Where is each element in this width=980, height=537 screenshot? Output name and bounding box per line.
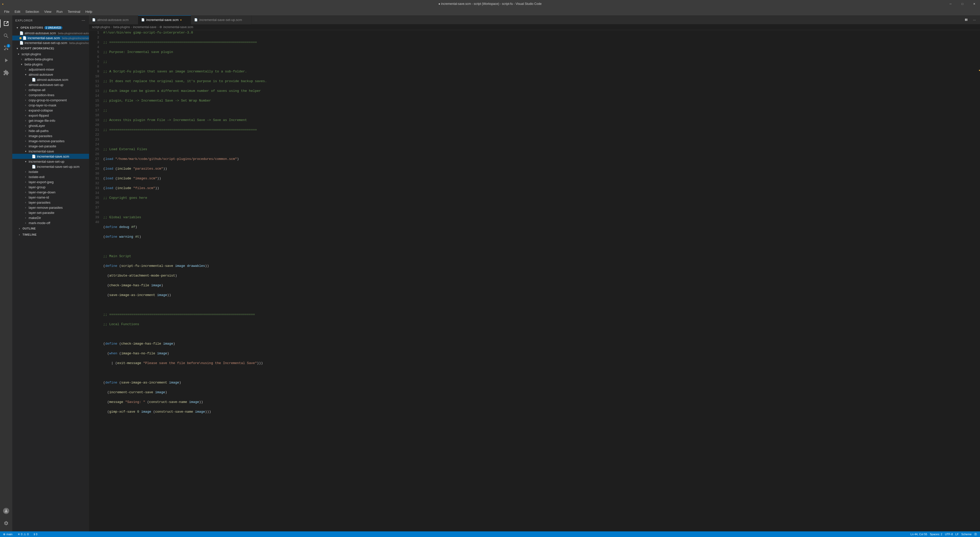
tree-isolate-exit[interactable]: › isolate-exit	[12, 174, 89, 179]
breadcrumb-current[interactable]: incremental-save.scm	[163, 25, 193, 29]
maximize-button[interactable]: □	[956, 0, 968, 8]
search-activity-icon[interactable]	[0, 30, 12, 42]
menu-file[interactable]: File	[2, 9, 11, 14]
tree-artbox-beta-plugins[interactable]: › artbox-beta-plugins	[12, 57, 89, 62]
tree-image-parasites[interactable]: › image-parasites	[12, 133, 89, 139]
status-indentation[interactable]: Spaces: 2	[929, 533, 943, 536]
tree-ghostlayer[interactable]: › ghostLayer	[12, 123, 89, 128]
tab-close-button[interactable]: ✕	[243, 18, 248, 22]
tree-layer-remove-parasites[interactable]: › layer-remove-parasites	[12, 205, 89, 210]
tree-layer-name-id[interactable]: › layer-name-id	[12, 195, 89, 200]
tab-actions: ···	[963, 16, 980, 23]
folder-name: almost-autosave	[29, 73, 53, 76]
tree-beta-plugins[interactable]: ▾ beta-plugins	[12, 62, 89, 67]
tree-adjustment-mixer[interactable]: › adjustment-mixer	[12, 67, 89, 72]
tree-script-plugins[interactable]: ▾ script-plugins	[12, 51, 89, 57]
open-editor-incremental-save-set-up[interactable]: 📄 incremental-save-set-up.scm beta-plugi…	[12, 40, 89, 45]
tree-crop-layer-to-mask[interactable]: › crop-layer-to-mask	[12, 103, 89, 108]
folder-name: almost-autosave-set-up	[29, 83, 64, 87]
sidebar-content[interactable]: ▾ OPEN EDITORS 1 unsaved 📄 almost-autosa…	[12, 25, 89, 531]
tree-incremental-save-set-up-scm[interactable]: › 📄 incremental-save-set-up.scm	[12, 164, 89, 169]
tree-layer-parasites[interactable]: › layer-parasites	[12, 200, 89, 205]
tree-layer-group[interactable]: › layer-group	[12, 185, 89, 190]
tree-layer-set-parasite[interactable]: › layer-set-parasite	[12, 210, 89, 215]
indentation-text: Spaces: 2	[930, 533, 942, 536]
tab-incremental-save-set-up[interactable]: 📄 incremental-save-set-up.scm ✕	[191, 15, 251, 24]
folder-name: script-plugins	[21, 52, 41, 56]
open-editors-header[interactable]: ▾ OPEN EDITORS 1 unsaved	[12, 25, 89, 31]
tab-incremental-save[interactable]: 📄 incremental-save.scm ● ✕	[138, 15, 191, 24]
tab-almost-autosave[interactable]: 📄 almost-autosave.scm ✕	[89, 15, 138, 24]
tree-image-set-parasite[interactable]: › image-set-parasite	[12, 143, 89, 149]
status-branch[interactable]: ⊗ main	[2, 533, 14, 536]
tree-almost-autosave-scm[interactable]: › 📄 almost-autosave.scm	[12, 77, 89, 82]
tree-image-remove-parasites[interactable]: › image-remove-parasites	[12, 139, 89, 143]
breadcrumb-part[interactable]: beta-plugins	[113, 25, 130, 29]
tree-incremental-save-scm[interactable]: › 📄 incremental-save.scm	[12, 154, 89, 159]
timeline-arrow: ›	[18, 233, 21, 237]
menu-run[interactable]: Run	[54, 9, 65, 14]
settings-icon[interactable]	[0, 517, 12, 529]
status-encoding[interactable]: UTF-8	[944, 533, 954, 536]
tree-expand-collapse[interactable]: › expand-collapse	[12, 108, 89, 113]
timeline-label: TIMELINE	[22, 233, 37, 236]
editor-content[interactable]: 1 2 3 4 5 6 7 8 9 10 11 12 13 14 15 16 1…	[89, 30, 980, 531]
status-cursor-position[interactable]: Ln 44, Col 55	[909, 533, 928, 536]
tree-incremental-save-set-up[interactable]: ▾ incremental-save-set-up	[12, 159, 89, 164]
source-control-activity-icon[interactable]: 1	[0, 42, 12, 54]
avatar	[3, 508, 9, 514]
tree-isolate[interactable]: › isolate	[12, 169, 89, 174]
open-editor-almost-autosave[interactable]: 📄 almost-autosave.scm beta-plugins/almos…	[12, 31, 89, 35]
tree-almost-autosave-set-up[interactable]: › almost-autosave-set-up	[12, 82, 89, 87]
status-language[interactable]: Scheme	[960, 533, 973, 536]
tree-composition-lines[interactable]: › composition-lines	[12, 92, 89, 97]
arrow: ›	[24, 88, 28, 92]
minimize-button[interactable]: ─	[945, 0, 956, 8]
split-editor-button[interactable]	[963, 16, 970, 23]
tree-export-flipped[interactable]: › export-flipped	[12, 113, 89, 118]
explorer-activity-icon[interactable]	[0, 18, 12, 30]
status-info-count[interactable]: ℹ 0	[33, 533, 38, 536]
breadcrumb-part-icon: ⚙	[159, 25, 162, 29]
tree-collapse-all[interactable]: › collapse-all	[12, 87, 89, 92]
more-actions-button[interactable]: ···	[971, 16, 978, 23]
timeline-panel-header[interactable]: › TIMELINE	[12, 231, 89, 237]
menu-selection[interactable]: Selection	[23, 9, 41, 14]
breadcrumb: script-plugins › beta-plugins › incremen…	[89, 24, 980, 30]
status-errors[interactable]: ✕ 0 ⚠ 0	[17, 533, 30, 536]
menu-help[interactable]: Help	[83, 9, 94, 14]
accounts-icon[interactable]	[0, 505, 12, 517]
breadcrumb-part[interactable]: incremental-save	[133, 25, 156, 29]
tree-incremental-save[interactable]: ▾ incremental-save	[12, 149, 89, 154]
open-editor-incremental-save[interactable]: 📄 incremental-save.scm beta-plugins/incr…	[12, 35, 89, 40]
breadcrumb-part[interactable]: script-plugins	[92, 25, 110, 29]
tree-copy-group-to-component[interactable]: › copy-group-to-component	[12, 97, 89, 103]
folder-name: crop-layer-to-mask	[29, 104, 56, 107]
workspace-header[interactable]: ▾ SCRIPT (WORKSPACE)	[12, 45, 89, 51]
new-file-button[interactable]: ⋯	[81, 18, 86, 23]
tree-almost-autosave[interactable]: ▾ almost-autosave	[12, 72, 89, 77]
tab-close-button[interactable]: ✕	[183, 18, 188, 22]
tree-layer-export-jpeg[interactable]: › layer-export-jpeg	[12, 179, 89, 185]
close-button[interactable]: ✕	[968, 0, 980, 8]
menu-terminal[interactable]: Terminal	[66, 9, 83, 14]
tree-get-image-file-info[interactable]: › get-image-file-info	[12, 118, 89, 123]
file-name: incremental-save.scm	[37, 155, 69, 158]
outline-panel-header[interactable]: › OUTLINE	[12, 225, 89, 231]
open-editor-filename: incremental-save.scm	[28, 36, 60, 40]
code-editor[interactable]: #!/usr/bin/env gimp-script-fu-interprete…	[103, 30, 977, 531]
run-activity-icon[interactable]	[0, 54, 12, 67]
tree-mark-mode-off[interactable]: › mark-mode-off	[12, 220, 89, 225]
menu-view[interactable]: View	[42, 9, 54, 14]
tree-makedir[interactable]: › makeDir	[12, 215, 89, 220]
folder-name: copy-group-to-component	[29, 98, 67, 102]
tab-close-button[interactable]: ✕	[130, 18, 135, 22]
menu-edit[interactable]: Edit	[13, 9, 22, 14]
status-remote[interactable]: Ⓡ	[973, 532, 978, 536]
tree-layer-merge-down[interactable]: › layer-merge-down	[12, 190, 89, 195]
tree-hide-all-paths[interactable]: › hide-all-paths	[12, 128, 89, 133]
extensions-activity-icon[interactable]	[0, 67, 12, 79]
status-line-ending[interactable]: LF	[955, 533, 960, 536]
arrow: ›	[24, 210, 28, 215]
folder-name: artbox-beta-plugins	[25, 57, 53, 61]
